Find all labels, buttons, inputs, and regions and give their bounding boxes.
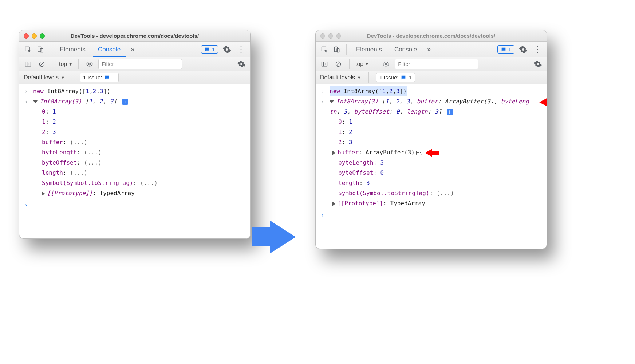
object-tree: 0: 1 1: 2 2: 3 buffer: ArrayBuffer(3) by…: [316, 117, 547, 209]
prompt-chevron-icon: ›: [23, 200, 29, 210]
expand-toggle-icon[interactable]: [332, 151, 335, 155]
object-summary[interactable]: Int8Array(3) [1, 2, 3, buffer: ArrayBuff…: [330, 96, 532, 117]
zoom-window-icon[interactable]: [336, 33, 341, 39]
separator: [72, 72, 72, 83]
inspect-icon[interactable]: [23, 44, 33, 55]
svg-point-11: [385, 63, 387, 65]
console-output-row: ‹ Int8Array(3) [1, 2, 3] i: [19, 96, 250, 107]
device-toggle-icon[interactable]: [35, 44, 46, 55]
transition-arrow-icon: [270, 221, 296, 253]
filter-input[interactable]: [98, 59, 182, 69]
console-toolbar: top▼: [19, 57, 250, 71]
info-badge-icon[interactable]: i: [447, 109, 453, 115]
tree-entry[interactable]: 2: 3: [31, 127, 250, 137]
console-settings-gear-icon[interactable]: [236, 59, 246, 69]
devtools-window-before: DevTools - developer.chrome.com/docs/dev…: [19, 30, 251, 239]
input-chevron-icon: ›: [23, 86, 29, 96]
tree-entry[interactable]: 0: 1: [327, 117, 547, 127]
clear-console-icon[interactable]: [333, 59, 343, 69]
expand-toggle-icon[interactable]: [330, 100, 334, 103]
console-input-text: new Int8Array([1,2,3]): [33, 86, 110, 96]
levels-row: Default levels▼ 1 Issue: 1: [19, 71, 250, 84]
info-badge-icon[interactable]: i: [122, 99, 128, 105]
tree-entry[interactable]: 1: 2: [327, 127, 547, 137]
tab-console[interactable]: Console: [389, 42, 422, 57]
console-toolbar: top▼: [316, 57, 547, 71]
tree-prop[interactable]: byteOffset: (...): [31, 158, 250, 168]
callout-arrow-icon: [539, 98, 547, 107]
sidebar-toggle-icon[interactable]: [319, 59, 330, 69]
expand-toggle-icon[interactable]: [332, 202, 335, 206]
console-prompt[interactable]: ›: [19, 198, 250, 211]
main-tab-strip: Elements Console » 1 ⋮: [316, 42, 547, 57]
tree-prop[interactable]: length: 3: [327, 178, 547, 188]
tab-elements[interactable]: Elements: [351, 42, 387, 57]
tree-proto[interactable]: [[Prototype]]: TypedArray: [31, 188, 250, 198]
issues-pill[interactable]: 1: [201, 45, 218, 54]
settings-gear-icon[interactable]: [222, 44, 232, 55]
titlebar: DevTools - developer.chrome.com/docs/dev…: [19, 30, 250, 42]
message-icon: [104, 75, 110, 80]
tree-entry[interactable]: 0: 1: [31, 107, 250, 117]
sidebar-toggle-icon[interactable]: [23, 59, 33, 69]
device-toggle-icon[interactable]: [332, 44, 342, 55]
tab-elements[interactable]: Elements: [55, 42, 91, 57]
execution-context-selector[interactable]: top▼: [355, 61, 369, 67]
separator: [349, 59, 350, 69]
tree-buffer[interactable]: buffer: ArrayBuffer(3): [327, 147, 547, 158]
inspect-icon[interactable]: [319, 44, 330, 55]
live-expression-icon[interactable]: [84, 59, 95, 69]
zoom-window-icon[interactable]: [40, 33, 45, 39]
expand-toggle-icon[interactable]: [33, 100, 38, 103]
console-settings-gear-icon[interactable]: [533, 59, 543, 69]
tab-console[interactable]: Console: [93, 42, 126, 57]
dropdown-triangle-icon: ▼: [365, 62, 369, 66]
separator: [346, 44, 347, 55]
console-body: › new Int8Array([1,2,3]) ‹ Int8Array(3) …: [316, 84, 547, 249]
object-summary[interactable]: Int8Array(3) [1, 2, 3] i: [33, 96, 128, 107]
close-window-icon[interactable]: [320, 33, 325, 39]
filter-input[interactable]: [395, 59, 478, 69]
separator: [375, 59, 375, 69]
log-levels-selector[interactable]: Default levels▼: [24, 74, 65, 81]
tree-prop[interactable]: Symbol(Symbol.toStringTag): (...): [31, 178, 250, 188]
tree-prop[interactable]: Symbol(Symbol.toStringTag): (...): [327, 188, 547, 198]
svg-point-5: [89, 63, 91, 65]
minimize-window-icon[interactable]: [328, 33, 333, 39]
tree-prop[interactable]: byteOffset: 0: [327, 168, 547, 178]
expand-toggle-icon[interactable]: [42, 191, 45, 196]
main-tab-strip: Elements Console » 1 ⋮: [19, 42, 250, 57]
tree-entry[interactable]: 1: 2: [31, 117, 250, 127]
tree-entry[interactable]: 2: 3: [327, 137, 547, 147]
dropdown-triangle-icon: ▼: [357, 75, 361, 80]
tree-prop[interactable]: buffer: (...): [31, 137, 250, 147]
tree-prop[interactable]: byteLength: 3: [327, 158, 547, 168]
console-body: › new Int8Array([1,2,3]) ‹ Int8Array(3) …: [19, 84, 250, 238]
separator: [53, 59, 53, 69]
tree-prop[interactable]: byteLength: (...): [31, 147, 250, 158]
issues-box[interactable]: 1 Issue: 1: [80, 73, 119, 82]
clear-console-icon[interactable]: [37, 59, 47, 69]
tree-prop[interactable]: length: (...): [31, 168, 250, 178]
tabs-overflow-button[interactable]: »: [424, 46, 434, 53]
live-expression-icon[interactable]: [381, 59, 391, 69]
issues-box[interactable]: 1 Issue: 1: [376, 73, 415, 82]
object-tree: 0: 1 1: 2 2: 3 buffer: (...) byteLength:…: [19, 107, 250, 198]
separator: [78, 59, 79, 69]
execution-context-selector[interactable]: top▼: [59, 61, 72, 67]
tree-proto[interactable]: [[Prototype]]: TypedArray: [327, 198, 547, 209]
input-chevron-icon: ›: [319, 86, 326, 96]
settings-gear-icon[interactable]: [518, 44, 528, 55]
issues-pill[interactable]: 1: [497, 45, 514, 54]
log-levels-selector[interactable]: Default levels▼: [320, 74, 361, 81]
window-title: DevTools - developer.chrome.com/docs/dev…: [19, 33, 250, 39]
minimize-window-icon[interactable]: [32, 33, 37, 39]
output-chevron-icon: ‹: [319, 96, 326, 117]
traffic-lights: [320, 33, 341, 39]
message-icon: [501, 47, 506, 52]
memory-inspector-icon[interactable]: [416, 151, 422, 155]
tabs-overflow-button[interactable]: »: [128, 46, 137, 53]
separator: [50, 44, 50, 55]
console-prompt[interactable]: ›: [316, 209, 547, 222]
close-window-icon[interactable]: [24, 33, 29, 39]
